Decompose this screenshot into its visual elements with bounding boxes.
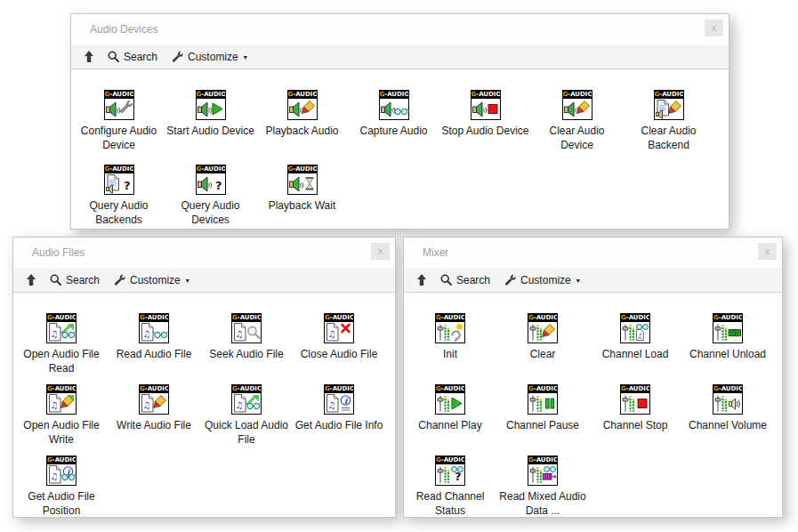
palette-item-channel-play[interactable]: G-AUDIOChannel Play bbox=[404, 384, 496, 455]
palette-item-get-audio-file-position[interactable]: G-AUDIO♫iGet Audio File Position bbox=[15, 455, 108, 517]
vi-glyph: ? bbox=[197, 173, 225, 194]
customize-button[interactable]: Customize▾ bbox=[504, 274, 580, 286]
palette-grid: G-AUDIO♫Open Audio File ReadG-AUDIO♫Read… bbox=[13, 293, 395, 517]
item-label: Seek Audio File bbox=[208, 347, 284, 361]
search-icon bbox=[108, 51, 119, 62]
fader-glasses-top-doc-small-icon: G-AUDIO♫ bbox=[620, 313, 650, 343]
g-audio-banner: G-AUDIO bbox=[713, 314, 742, 322]
title-bar[interactable]: Mixer x bbox=[404, 238, 782, 268]
palette-item-playback-audio[interactable]: G-AUDIOPlayback Audio bbox=[256, 90, 348, 165]
customize-button[interactable]: Customize▾ bbox=[113, 274, 189, 286]
palette-item-capture-audio[interactable]: G-AUDIOCapture Audio bbox=[348, 90, 439, 165]
palette-item-channel-unload[interactable]: G-AUDIOChannel Unload bbox=[681, 313, 774, 384]
close-button[interactable]: x bbox=[758, 243, 777, 260]
item-label: Open Audio File Write bbox=[16, 418, 107, 447]
palette-item-query-audio-backends[interactable]: G-AUDIO?Query Audio Backends bbox=[73, 165, 165, 229]
palette-item-clear-audio-backend[interactable]: G-AUDIOClear Audio Backend bbox=[623, 90, 714, 165]
palette-item-configure-audio-device[interactable]: G-AUDIOConfigure Audio Device bbox=[73, 90, 165, 165]
title-bar[interactable]: Audio Devices x bbox=[71, 14, 729, 44]
svg-text:?: ? bbox=[455, 470, 462, 483]
toolbar: Search Customize▾ bbox=[71, 44, 729, 69]
svg-text:♫: ♫ bbox=[328, 329, 336, 339]
svg-text:♫: ♫ bbox=[143, 329, 151, 339]
item-label: Write Audio File bbox=[116, 418, 192, 432]
palette-item-read-audio-file[interactable]: G-AUDIO♫Read Audio File bbox=[108, 313, 200, 384]
palette-item-seek-audio-file[interactable]: G-AUDIO♫Seek Audio File bbox=[200, 313, 293, 384]
palette-item-clear[interactable]: G-AUDIOClear bbox=[496, 313, 589, 384]
palette-body: G-AUDIO♫Open Audio File ReadG-AUDIO♫Read… bbox=[13, 293, 395, 517]
palette-item-query-audio-devices[interactable]: G-AUDIO?Query Audio Devices bbox=[165, 165, 256, 229]
item-label: Capture Audio bbox=[359, 124, 428, 138]
customize-label: Customize bbox=[520, 274, 571, 286]
vi-glyph: ♫ bbox=[47, 393, 76, 414]
palette-item-read-mixed-audio-data[interactable]: G-AUDIORead Mixed Audio Data ... bbox=[496, 455, 589, 517]
palette-item-init[interactable]: G-AUDIOInit bbox=[404, 313, 496, 384]
palette-item-channel-pause[interactable]: G-AUDIOChannel Pause bbox=[496, 384, 589, 455]
vi-glyph bbox=[197, 99, 225, 119]
window-title: Audio Devices bbox=[90, 14, 158, 44]
item-label: Configure Audio Device bbox=[74, 124, 165, 152]
caret-down-icon: ▾ bbox=[576, 277, 580, 285]
palette-item-write-audio-file[interactable]: G-AUDIO♫Write Audio File bbox=[108, 384, 200, 455]
palette-item-channel-load[interactable]: G-AUDIO♫Channel Load bbox=[589, 313, 681, 384]
fader-play-icon: G-AUDIO bbox=[435, 384, 465, 415]
palette-item-get-audio-file-info[interactable]: G-AUDIO♫iGet Audio File Info bbox=[293, 384, 385, 455]
up-arrow-icon bbox=[416, 274, 427, 286]
vi-glyph: ♫ bbox=[621, 322, 649, 343]
vi-glyph bbox=[436, 322, 464, 343]
g-audio-banner: G-AUDIO bbox=[47, 314, 76, 322]
g-audio-banner: G-AUDIO bbox=[472, 91, 500, 99]
title-bar[interactable]: Audio Files x bbox=[13, 238, 395, 268]
vi-glyph: ♫ bbox=[47, 322, 76, 343]
search-label: Search bbox=[456, 274, 490, 286]
doc-speaker-question-icon: G-AUDIO? bbox=[104, 165, 134, 195]
palette-grid: G-AUDIOConfigure Audio DeviceG-AUDIOStar… bbox=[71, 69, 729, 229]
pin-up-button[interactable] bbox=[416, 274, 427, 286]
doc-note-info-info-lines-icon: G-AUDIO♫i bbox=[324, 384, 354, 415]
item-label: Clear Audio Backend bbox=[624, 124, 714, 152]
pin-up-button[interactable] bbox=[26, 274, 36, 286]
speaker-question-icon: G-AUDIO? bbox=[196, 165, 226, 195]
palette-item-start-audio-device[interactable]: G-AUDIOStart Audio Device bbox=[165, 90, 256, 165]
wrench-icon bbox=[504, 274, 516, 286]
close-button[interactable]: x bbox=[371, 243, 390, 260]
speaker-stop-icon: G-AUDIO bbox=[471, 90, 501, 120]
fader-stop-icon: G-AUDIO bbox=[620, 384, 650, 415]
vi-glyph: ? bbox=[105, 173, 133, 194]
palette-item-playback-wait[interactable]: G-AUDIOPlayback Wait bbox=[256, 165, 348, 229]
toolbar: Search Customize▾ bbox=[13, 268, 395, 293]
svg-text:♫: ♫ bbox=[328, 400, 336, 410]
close-button[interactable]: x bbox=[705, 20, 723, 36]
g-audio-banner: G-AUDIO bbox=[621, 385, 649, 393]
vi-glyph bbox=[105, 99, 133, 119]
item-label: Read Channel Status bbox=[405, 489, 496, 517]
palette-item-open-audio-file-write[interactable]: G-AUDIO♫Open Audio File Write bbox=[15, 384, 108, 455]
search-button[interactable]: Search bbox=[108, 51, 157, 63]
vi-glyph: ♫ bbox=[232, 393, 261, 414]
fader-volume-icon: G-AUDIO bbox=[713, 384, 743, 415]
customize-button[interactable]: Customize▾ bbox=[171, 51, 247, 63]
item-label: Channel Unload bbox=[689, 347, 767, 361]
palette-body: G-AUDIOConfigure Audio DeviceG-AUDIOStar… bbox=[71, 69, 729, 229]
speaker-play-icon: G-AUDIO bbox=[196, 90, 226, 120]
palette-item-clear-audio-device[interactable]: G-AUDIOClear Audio Device bbox=[531, 90, 623, 165]
pin-up-button[interactable] bbox=[84, 51, 94, 62]
g-audio-banner: G-AUDIO bbox=[288, 165, 317, 173]
item-label: Read Mixed Audio Data ... bbox=[497, 489, 588, 517]
up-arrow-icon bbox=[84, 51, 94, 62]
search-button[interactable]: Search bbox=[440, 274, 490, 286]
palette-item-close-audio-file[interactable]: G-AUDIO♫Close Audio File bbox=[293, 313, 385, 384]
item-label: Read Audio File bbox=[116, 347, 193, 361]
window-title: Mixer bbox=[423, 238, 448, 268]
palette-item-read-channel-status[interactable]: G-AUDIO?Read Channel Status bbox=[404, 455, 496, 517]
g-audio-banner: G-AUDIO bbox=[232, 385, 261, 393]
search-button[interactable]: Search bbox=[50, 274, 100, 286]
palette-item-channel-volume[interactable]: G-AUDIOChannel Volume bbox=[681, 384, 774, 455]
palette-item-stop-audio-device[interactable]: G-AUDIOStop Audio Device bbox=[439, 90, 531, 165]
palette-item-open-audio-file-read[interactable]: G-AUDIO♫Open Audio File Read bbox=[15, 313, 108, 384]
vi-glyph bbox=[713, 322, 742, 343]
palette-item-quick-load-audio-file[interactable]: G-AUDIO♫Quick Load Audio File bbox=[200, 384, 293, 455]
speaker-hourglass-icon: G-AUDIO bbox=[287, 165, 318, 195]
palette-item-channel-stop[interactable]: G-AUDIOChannel Stop bbox=[589, 384, 681, 455]
vi-glyph bbox=[288, 173, 317, 194]
